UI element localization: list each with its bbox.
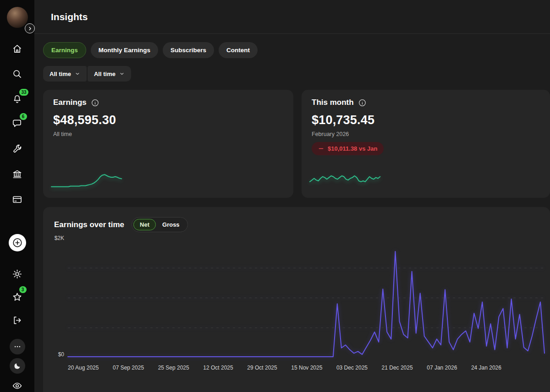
x-axis-tick: 24 Jan 2026 [471,365,501,371]
tab-monthly-earnings[interactable]: Monthly Earnings [91,42,158,58]
wrench-icon [12,144,22,154]
earnings-sparkline [51,170,121,191]
content: Earnings Monthly Earnings Subscribers Co… [34,34,550,392]
sidebar-item-bank[interactable] [11,168,23,180]
toggle-net[interactable]: Net [133,219,156,230]
plus-circle-icon [12,237,23,248]
sidebar-collapse-button[interactable] [25,23,35,33]
filter-label: All time [50,71,71,77]
tab-content[interactable]: Content [219,42,258,58]
this-month-card: This month $10,735.45 February 2026 $10,… [302,90,550,198]
search-icon [12,69,22,79]
tab-subscribers[interactable]: Subscribers [163,42,214,58]
card-title: This month [312,98,354,107]
sidebar-item-messages[interactable]: 6 [11,117,23,129]
x-axis-tick: 25 Sep 2025 [158,365,189,371]
this-month-value: $10,735.45 [312,113,540,127]
tab-earnings[interactable]: Earnings [43,42,86,58]
x-axis-tick: 07 Sep 2025 [113,365,144,371]
bank-icon [12,169,22,180]
ellipsis-icon [13,343,22,351]
earnings-line-chart [68,238,544,358]
sidebar-item-notifications[interactable]: 33 [11,93,23,105]
x-axis-tick: 03 Dec 2025 [336,365,368,371]
month-delta-text: $10,011.38 vs Jan [328,145,377,152]
x-axis-tick: 29 Oct 2025 [247,365,277,371]
this-month-sparkline [310,170,380,191]
sidebar-item-payments[interactable] [11,193,23,205]
moon-icon [13,362,22,370]
y-axis-max-label: $2K [48,235,64,241]
visibility-button[interactable] [11,380,23,392]
toggle-gross[interactable]: Gross [156,219,186,230]
chevron-down-icon [75,71,80,76]
earnings-over-time-card: Earnings over time Net Gross $2K $0 20 A… [43,207,550,392]
notifications-badge: 33 [19,89,28,96]
logout-button[interactable] [11,314,23,326]
x-axis-tick: 20 Aug 2025 [68,365,99,371]
sidebar: 33 6 3 [0,0,34,392]
minus-icon [318,146,324,152]
tabs: Earnings Monthly Earnings Subscribers Co… [43,42,550,58]
sidebar-item-tools[interactable] [11,143,23,155]
time-filter-dropdown-2[interactable]: All time [88,66,131,82]
chevron-down-icon [119,71,125,76]
this-month-info-icon[interactable] [358,98,367,107]
earnings-info-icon[interactable] [91,98,99,107]
sidebar-item-search[interactable] [11,68,23,80]
chart-title: Earnings over time [54,220,124,229]
earnings-card: Earnings $48,595.30 All time [43,90,293,198]
sidebar-item-settings[interactable] [11,268,23,280]
x-axis-labels: 20 Aug 2025 07 Sep 2025 25 Sep 2025 12 O… [68,365,501,371]
month-delta-badge: $10,011.38 vs Jan [312,142,384,155]
page-title: Insights [51,11,88,22]
star-icon [12,292,22,302]
this-month-period: February 2026 [312,131,540,137]
x-axis-tick: 15 Nov 2025 [291,365,322,371]
time-filter-dropdown-1[interactable]: All time [43,66,87,82]
main-content: Insights Earnings Monthly Earnings Subsc… [34,0,550,392]
filter-label: All time [94,71,116,77]
topbar: Insights [34,0,550,34]
favorites-badge: 3 [19,286,27,293]
earnings-value: $48,595.30 [53,113,283,127]
messages-badge: 6 [20,113,27,120]
credit-card-icon [12,194,22,205]
x-axis-tick: 12 Oct 2025 [203,365,233,371]
dark-mode-button[interactable] [10,358,25,374]
x-axis-tick: 07 Jan 2026 [427,365,457,371]
home-icon [12,44,22,54]
card-title: Earnings [53,98,87,107]
more-button[interactable] [10,339,25,354]
x-axis-tick: 21 Dec 2025 [382,365,413,371]
net-gross-toggle: Net Gross [132,217,188,232]
sidebar-item-home[interactable] [11,43,23,54]
add-content-button[interactable] [9,234,26,251]
avatar[interactable] [7,7,28,28]
filters: All time All time [43,66,550,82]
earnings-period: All time [53,131,283,137]
eye-icon [12,381,22,391]
gear-icon [12,269,22,279]
sidebar-item-favorites[interactable]: 3 [11,291,23,303]
logout-icon [12,315,22,326]
stat-cards: Earnings $48,595.30 All time This month … [43,90,550,198]
chevron-right-icon [27,26,33,32]
y-axis-min-label: $0 [48,351,64,358]
